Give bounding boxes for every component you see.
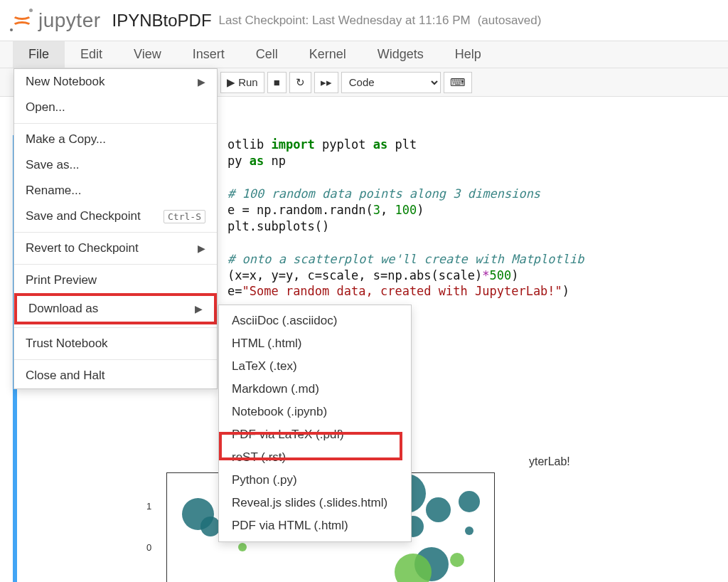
download-as-item[interactable]: reST (.rst) — [219, 446, 411, 469]
download-as-item[interactable]: PDF via HTML (.html) — [219, 514, 411, 537]
menu-help[interactable]: Help — [439, 41, 497, 68]
menu-insert[interactable]: Insert — [177, 41, 240, 68]
file-menu-item[interactable]: Print Preview — [14, 268, 217, 293]
menu-separator — [14, 123, 217, 124]
download-as-item[interactable]: HTML (.html) — [219, 332, 411, 355]
file-menu-item[interactable]: Trust Notebook — [14, 331, 217, 356]
file-menu-item-label: Save as... — [26, 158, 80, 172]
menu-separator — [14, 232, 217, 233]
download-as-item[interactable]: Python (.py) — [219, 469, 411, 492]
menu-cell[interactable]: Cell — [240, 41, 294, 68]
download-as-item[interactable]: Reveal.js slides (.slides.html) — [219, 492, 411, 514]
menubar: File Edit View Insert Cell Kernel Widget… — [0, 41, 728, 68]
file-menu-item-label: Download as — [28, 302, 98, 316]
submenu-arrow-icon: ▶ — [198, 243, 205, 254]
file-menu-item-label: Save and Checkpoint — [26, 209, 141, 223]
menu-kernel[interactable]: Kernel — [294, 41, 362, 68]
file-menu-item-label: Print Preview — [26, 273, 97, 287]
file-menu-item-label: Revert to Checkpoint — [26, 241, 139, 255]
header: jupyter IPYNBtoPDF Last Checkpoint: Last… — [0, 0, 728, 41]
file-menu-item[interactable]: Save and CheckpointCtrl-S — [14, 203, 217, 229]
file-menu-item-label: Close and Halt — [26, 369, 105, 383]
file-menu-item-label: Trust Notebook — [26, 337, 108, 351]
menu-separator — [14, 359, 217, 360]
command-palette-button[interactable]: ⌨ — [444, 72, 472, 93]
scatter-point — [238, 543, 247, 551]
download-as-item[interactable]: LaTeX (.tex) — [219, 355, 411, 378]
download-as-item[interactable]: Markdown (.md) — [219, 378, 411, 401]
file-menu-item[interactable]: Open... — [14, 95, 217, 120]
scatter-point — [395, 554, 432, 582]
file-menu-item[interactable]: Download as▶ — [14, 293, 217, 324]
file-menu-dropdown: New Notebook▶Open...Make a Copy...Save a… — [14, 68, 218, 389]
fast-forward-icon: ▸▸ — [321, 76, 332, 89]
notebook-title[interactable]: IPYNBtoPDF — [112, 11, 212, 31]
jupyter-logo-icon — [10, 9, 34, 33]
menu-view[interactable]: View — [118, 41, 177, 68]
stop-button[interactable]: ■ — [267, 72, 287, 93]
submenu-arrow-icon: ▶ — [198, 76, 205, 88]
menu-file[interactable]: File — [13, 41, 65, 68]
y-tick-label: 0 — [146, 542, 151, 553]
fast-forward-button[interactable]: ▸▸ — [314, 72, 338, 93]
file-menu-item-label: Open... — [26, 100, 65, 115]
download-as-item[interactable]: PDF via LaTeX (.pdf) — [219, 423, 411, 446]
scatter-point — [200, 517, 220, 536]
file-menu-item[interactable]: Revert to Checkpoint▶ — [14, 236, 217, 261]
stop-icon: ■ — [274, 76, 280, 88]
file-menu-item-label: New Notebook — [26, 75, 105, 89]
file-menu-item[interactable]: Make a Copy... — [14, 127, 217, 152]
play-icon: ▶ — [227, 76, 235, 89]
download-as-item[interactable]: Notebook (.ipynb) — [219, 401, 411, 423]
file-menu-item-label: Rename... — [26, 184, 81, 198]
run-label: Run — [238, 76, 258, 88]
download-as-item[interactable]: AsciiDoc (.asciidoc) — [219, 309, 411, 332]
menu-separator — [14, 264, 217, 265]
restart-button[interactable]: ↻ — [289, 72, 311, 93]
file-menu-item[interactable]: Rename... — [14, 178, 217, 203]
menu-edit[interactable]: Edit — [65, 41, 118, 68]
menu-widgets[interactable]: Widgets — [362, 41, 439, 68]
brand: jupyter — [38, 9, 101, 32]
autosave-status: (autosaved) — [478, 14, 542, 28]
checkpoint-status: Last Checkpoint: Last Wednesday at 11:16… — [219, 14, 471, 28]
file-menu-item[interactable]: Save as... — [14, 152, 217, 178]
plot-title-fragment: yterLab! — [529, 455, 570, 468]
file-menu-item-label: Make a Copy... — [26, 132, 106, 147]
y-tick-label: 1 — [146, 500, 151, 511]
restart-icon: ↻ — [296, 76, 305, 89]
file-menu-item[interactable]: Close and Halt — [14, 363, 217, 388]
scatter-point — [426, 497, 451, 522]
file-menu-item[interactable]: New Notebook▶ — [14, 69, 217, 95]
submenu-arrow-icon: ▶ — [195, 303, 203, 314]
cell-type-select[interactable]: Code — [341, 72, 441, 93]
keyboard-icon: ⌨ — [450, 76, 466, 89]
keybinding-label: Ctrl-S — [164, 210, 205, 223]
download-as-submenu: AsciiDoc (.asciidoc)HTML (.html)LaTeX (.… — [218, 305, 412, 542]
menu-separator — [14, 327, 217, 328]
scatter-point — [450, 553, 464, 567]
run-button[interactable]: ▶ Run — [220, 72, 264, 93]
